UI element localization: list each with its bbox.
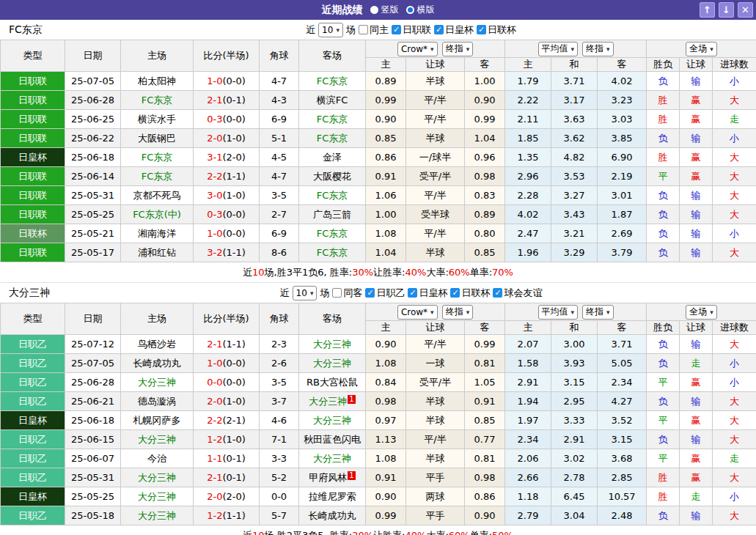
- avg-draw-odds: 3.71: [551, 72, 598, 91]
- league-filter[interactable]: 日联杯: [477, 23, 516, 37]
- home-team: FC东京(中): [121, 205, 194, 224]
- games-label: 场: [346, 23, 356, 37]
- home-team-link[interactable]: 鸟栖沙岩: [138, 339, 176, 350]
- league-filter[interactable]: 日职联: [392, 23, 431, 37]
- halftime-score: (1-1): [222, 510, 245, 521]
- away-team-link[interactable]: 秋田蓝色闪电: [304, 434, 361, 445]
- away-team-link[interactable]: FC东京: [317, 190, 348, 201]
- away-team-link[interactable]: 横滨FC: [317, 95, 348, 106]
- away-team-link[interactable]: 长崎成功丸: [309, 510, 356, 521]
- col-handicap: 让球: [406, 58, 465, 72]
- move-down-button[interactable]: ↓: [719, 2, 734, 18]
- odds-source-value: Crow*: [401, 44, 427, 54]
- match-row: 日职乙25-06-28大分三神0-0(0-0)3-5RB大宫松鼠0.84受平/半…: [1, 373, 756, 392]
- radio-vertical-layout[interactable]: 竖版: [370, 4, 399, 16]
- home-team-link[interactable]: 大分三神: [138, 434, 176, 445]
- summary-text: 50%: [492, 530, 513, 535]
- home-team-link[interactable]: 湘南海洋: [138, 228, 176, 239]
- corner-score: 3-7: [260, 392, 299, 411]
- home-team-link[interactable]: 大分三神: [138, 491, 176, 502]
- handicap-away-odds: 1.00: [465, 72, 505, 91]
- odds-source-select[interactable]: Crow*▾: [397, 42, 438, 56]
- home-team-link[interactable]: FC东京: [142, 171, 173, 182]
- home-team-link[interactable]: 大分三神: [138, 510, 176, 521]
- home-team-link[interactable]: 今治: [147, 453, 166, 464]
- away-team-link[interactable]: FC东京: [317, 228, 348, 239]
- avg-source-select[interactable]: 平均值▾: [538, 42, 579, 56]
- match-row: 日职联25-05-31京都不死鸟3-0(1-0)3-5FC东京1.06平/半0.…: [1, 186, 756, 205]
- avg-away-odds: 3.71: [598, 335, 647, 354]
- avg-home-odds: 2.07: [505, 335, 551, 354]
- match-date: 25-05-25: [65, 487, 121, 506]
- home-team-link[interactable]: 横滨水手: [138, 114, 176, 125]
- away-team-link[interactable]: RB大宫松鼠: [307, 377, 358, 388]
- home-team-link[interactable]: 札幌冈萨多: [133, 415, 181, 426]
- checkbox-checked-icon: [450, 288, 460, 298]
- avg-source-select[interactable]: 平均值▾: [538, 305, 579, 320]
- away-team-link[interactable]: FC东京: [317, 114, 348, 125]
- same-venue-checkbox[interactable]: 同主: [359, 23, 389, 37]
- avg-home-odds: 2.34: [505, 430, 551, 449]
- result-scope-select[interactable]: 全场▾: [686, 305, 717, 320]
- away-team-link[interactable]: FC东京: [317, 247, 348, 258]
- avg-home-odds: 1.79: [505, 72, 551, 91]
- avg-home-odds: 4.02: [505, 205, 551, 224]
- match-row: 日职联25-06-14FC东京2-2(1-1)4-7大阪樱花0.91受平/半0.…: [1, 167, 756, 186]
- avg-home-odds: 2.66: [505, 468, 551, 487]
- odds-time-select[interactable]: 终指▾: [442, 42, 474, 56]
- away-team-link[interactable]: 大阪樱花: [313, 171, 351, 182]
- close-button[interactable]: ✕: [738, 2, 753, 18]
- away-team-link[interactable]: FC东京: [317, 133, 348, 144]
- result-winloss: 胜: [647, 148, 680, 167]
- score: 2-0(2-0): [194, 487, 260, 506]
- league-filter[interactable]: 日皇杯: [434, 23, 474, 37]
- move-up-button[interactable]: ↑: [700, 2, 715, 18]
- result-scope-select[interactable]: 全场▾: [686, 42, 717, 56]
- home-team-link[interactable]: FC东京: [142, 152, 173, 163]
- away-team: FC东京: [299, 129, 366, 148]
- home-team-link[interactable]: FC东京(中): [133, 209, 181, 220]
- home-team: 大分三神: [121, 506, 194, 525]
- league-filter[interactable]: 日皇杯: [408, 287, 447, 300]
- red-card-badge: 1: [348, 395, 355, 404]
- match-count-select[interactable]: 10 ▾: [318, 23, 343, 37]
- league-filter[interactable]: 球会友谊: [493, 287, 542, 300]
- avg-time-select[interactable]: 终指▾: [582, 42, 614, 56]
- away-team-link[interactable]: 大分三神: [313, 453, 351, 464]
- away-team-link[interactable]: 拉维尼罗索: [309, 491, 356, 502]
- away-team-link[interactable]: 甲府风林: [309, 472, 347, 483]
- odds-time-select[interactable]: 终指▾: [442, 305, 474, 320]
- home-team-link[interactable]: 大阪钢巴: [138, 133, 176, 144]
- home-team: FC东京: [121, 91, 194, 110]
- chevron-down-icon: ▾: [571, 309, 575, 316]
- handicap-away-odds: 0.83: [465, 186, 505, 205]
- league-filter[interactable]: 日职乙: [365, 287, 405, 300]
- avg-home-odds: 2.28: [505, 186, 551, 205]
- away-team-link[interactable]: FC东京: [317, 75, 348, 86]
- odds-source-select[interactable]: Crow*▾: [397, 305, 438, 320]
- avg-time-select[interactable]: 终指▾: [582, 305, 614, 320]
- home-team-link[interactable]: 大分三神: [138, 472, 176, 483]
- radio-horizontal-layout[interactable]: 横版: [406, 4, 435, 16]
- handicap-home-odds: 1.08: [366, 224, 406, 243]
- away-team-link[interactable]: 大分三神: [313, 339, 351, 350]
- league-filter[interactable]: 日联杯: [450, 287, 490, 300]
- home-team-link[interactable]: 柏太阳神: [138, 75, 176, 86]
- away-team-link[interactable]: 大分三神: [309, 396, 347, 407]
- match-count-select[interactable]: 10 ▾: [293, 286, 318, 300]
- home-team-link[interactable]: 德岛漩涡: [138, 396, 176, 407]
- home-team-link[interactable]: 京都不死鸟: [133, 190, 181, 201]
- away-team-link[interactable]: 大分三神: [313, 415, 351, 426]
- away-team-link[interactable]: 金泽: [323, 152, 342, 163]
- avg-draw-odds: 3.62: [551, 129, 598, 148]
- home-team-link[interactable]: 大分三神: [138, 377, 176, 388]
- home-team-link[interactable]: FC东京: [142, 95, 173, 106]
- score: 3-0(1-0): [194, 186, 260, 205]
- home-team: 大阪钢巴: [121, 129, 194, 148]
- home-team-link[interactable]: 长崎成功丸: [133, 358, 181, 369]
- avg-home-odds: 2.79: [505, 506, 551, 525]
- same-venue-checkbox[interactable]: 同客: [332, 287, 362, 300]
- away-team-link[interactable]: 广岛三箭: [313, 209, 351, 220]
- home-team-link[interactable]: 浦和红钻: [138, 247, 176, 258]
- away-team-link[interactable]: 大分三神: [313, 358, 351, 369]
